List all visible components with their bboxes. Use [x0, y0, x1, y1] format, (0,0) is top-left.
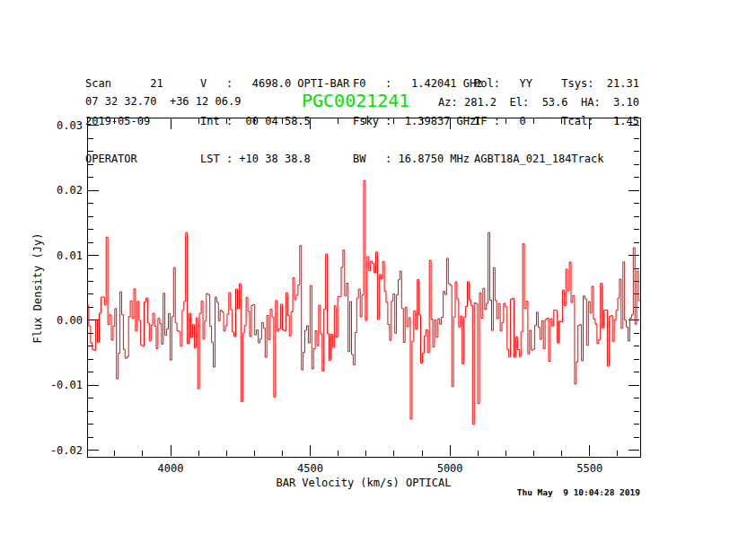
y-axis-title: Flux Density (Jy): [31, 233, 44, 344]
svg-text:4500: 4500: [297, 462, 323, 475]
tick-labels: 4000450050005500-0.02-0.010.000.010.020.…: [50, 119, 602, 475]
spectrum-plot: 4000450050005500-0.02-0.010.000.010.020.…: [0, 0, 756, 534]
svg-text:0.02: 0.02: [57, 184, 83, 197]
x-axis-ticks: [115, 118, 618, 456]
svg-text:5000: 5000: [437, 462, 463, 475]
svg-text:0.01: 0.01: [57, 249, 83, 262]
svg-text:0.00: 0.00: [57, 314, 83, 327]
svg-text:0.03: 0.03: [57, 119, 83, 132]
svg-text:-0.01: -0.01: [50, 379, 83, 391]
x-axis-title: BAR Velocity (km/s) OPTICAL: [276, 477, 451, 489]
svg-text:5500: 5500: [576, 462, 602, 475]
svg-text:4000: 4000: [158, 462, 184, 475]
spectrum-line: [87, 180, 640, 425]
svg-text:-0.02: -0.02: [50, 444, 83, 457]
gbtidl-spectrum-display: { "header": { "col1": ["Scan 21", "2019-…: [0, 0, 756, 534]
